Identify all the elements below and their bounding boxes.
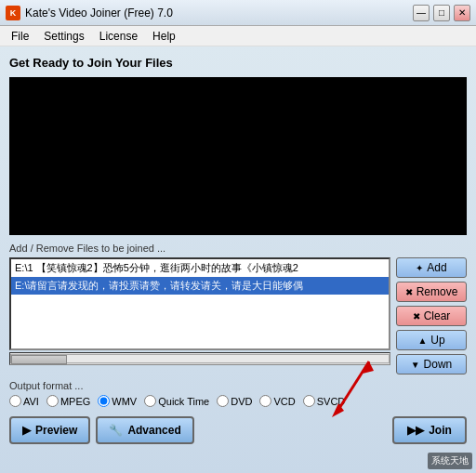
output-format-section: Output format ... AVI MPEG WMV Quick Tim… bbox=[9, 380, 467, 407]
preview-button[interactable]: ▶ Preview bbox=[9, 416, 90, 444]
app-icon: K bbox=[6, 6, 20, 20]
join-icon: ▶▶ bbox=[407, 424, 424, 437]
file-list[interactable]: E:\1 【笑镇惊魂2】恐怖5分钟，逛街两小时的故事《小镇惊魂2 E:\请留言请… bbox=[9, 257, 390, 350]
file-list-area: E:\1 【笑镇惊魂2】恐怖5分钟，逛街两小时的故事《小镇惊魂2 E:\请留言请… bbox=[9, 257, 467, 374]
join-button[interactable]: ▶▶ Join bbox=[392, 416, 467, 444]
title-bar: K Kate's Video Joiner (Free) 7.0 — □ ✕ bbox=[0, 0, 476, 26]
remove-icon: ✖ bbox=[405, 287, 413, 297]
list-item[interactable]: E:\请留言请发现的，请投票请赞，请转发请关，请是大日能够偶 bbox=[11, 277, 389, 295]
scrollbar-thumb[interactable] bbox=[11, 355, 67, 364]
section-title: Get Ready to Join Your Files bbox=[9, 56, 467, 70]
add-icon: ✦ bbox=[416, 263, 423, 273]
remove-button[interactable]: ✖ Remove bbox=[396, 282, 467, 302]
file-action-buttons: ✦ Add ✖ Remove ✖ Clear ▲ Up ▼ Down bbox=[396, 257, 467, 374]
up-icon: ▲ bbox=[417, 335, 427, 346]
maximize-button[interactable]: □ bbox=[433, 5, 450, 21]
format-quicktime[interactable]: Quick Time bbox=[144, 395, 209, 407]
menu-license[interactable]: License bbox=[92, 28, 145, 45]
format-options: AVI MPEG WMV Quick Time DVD VCD bbox=[9, 395, 467, 407]
clear-icon: ✖ bbox=[413, 311, 420, 322]
add-button[interactable]: ✦ Add bbox=[396, 257, 467, 278]
bottom-buttons: ▶ Preview 🔧 Advanced ▶▶ Join bbox=[9, 416, 467, 444]
title-bar-controls[interactable]: — □ ✕ bbox=[413, 5, 470, 21]
bottom-left-buttons: ▶ Preview 🔧 Advanced bbox=[9, 416, 194, 444]
minimize-button[interactable]: — bbox=[413, 5, 430, 21]
list-item[interactable]: E:\1 【笑镇惊魂2】恐怖5分钟，逛街两小时的故事《小镇惊魂2 bbox=[11, 259, 389, 277]
clear-button[interactable]: ✖ Clear bbox=[396, 306, 467, 326]
format-mpeg[interactable]: MPEG bbox=[46, 395, 90, 407]
menu-file[interactable]: File bbox=[4, 28, 36, 45]
video-preview bbox=[9, 77, 467, 235]
files-label: Add / Remove Files to be joined ... bbox=[9, 243, 467, 254]
format-avi[interactable]: AVI bbox=[9, 395, 39, 407]
title-bar-left: K Kate's Video Joiner (Free) 7.0 bbox=[6, 6, 173, 20]
watermark: 系统天地 bbox=[428, 453, 472, 469]
format-svcd[interactable]: SVCD bbox=[303, 395, 346, 407]
format-wmv[interactable]: WMV bbox=[98, 395, 137, 407]
down-button[interactable]: ▼ Down bbox=[396, 354, 467, 374]
preview-icon: ▶ bbox=[22, 424, 31, 437]
down-icon: ▼ bbox=[411, 360, 420, 370]
menu-bar: File Settings License Help bbox=[0, 26, 476, 46]
scrollbar-track bbox=[10, 354, 390, 363]
advanced-button[interactable]: 🔧 Advanced bbox=[96, 416, 193, 444]
menu-settings[interactable]: Settings bbox=[36, 28, 91, 45]
format-dvd[interactable]: DVD bbox=[217, 395, 252, 407]
close-button[interactable]: ✕ bbox=[454, 5, 470, 21]
main-area: Get Ready to Join Your Files Add / Remov… bbox=[0, 46, 476, 473]
format-vcd[interactable]: VCD bbox=[259, 395, 295, 407]
window-title: Kate's Video Joiner (Free) 7.0 bbox=[25, 7, 173, 20]
file-list-container: E:\1 【笑镇惊魂2】恐怖5分钟，逛街两小时的故事《小镇惊魂2 E:\请留言请… bbox=[9, 257, 390, 374]
advanced-icon: 🔧 bbox=[109, 424, 123, 437]
menu-help[interactable]: Help bbox=[145, 28, 183, 45]
up-button[interactable]: ▲ Up bbox=[396, 330, 467, 350]
horizontal-scrollbar[interactable] bbox=[9, 352, 390, 365]
output-format-label: Output format ... bbox=[9, 380, 467, 391]
